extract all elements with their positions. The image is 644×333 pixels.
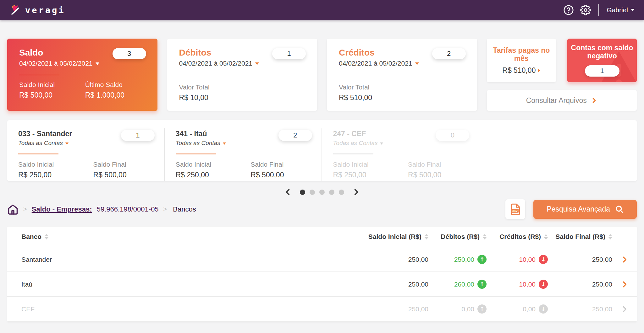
chevron-down-icon xyxy=(65,142,69,145)
debitos-date-range: 04/02/2021 à 05/02/2021 xyxy=(179,60,253,67)
user-name: Gabriel xyxy=(607,6,628,14)
column-header-banco[interactable]: Banco xyxy=(7,227,325,247)
creditos-total-label: Valor Total xyxy=(339,83,466,91)
bank-accounts-dropdown[interactable]: Todas as Contas xyxy=(176,140,226,147)
column-header-saldo-inicial[interactable]: Saldo Inicial (R$) xyxy=(325,227,428,247)
cell-saldo-inicial: 250,00 xyxy=(325,272,428,297)
bank-final-label: Saldo Final xyxy=(93,161,155,168)
veragi-logo-icon xyxy=(9,4,22,16)
svg-text:CSV: CSV xyxy=(512,209,518,212)
bancos-table-body: Santander 250,00 250,00 ↑ 10,00 ↓ 250,00… xyxy=(7,247,637,321)
carousel-dot-1[interactable] xyxy=(300,190,305,195)
arrow-up-circle-icon: ↑ xyxy=(477,304,487,314)
table-row[interactable]: Santander 250,00 250,00 ↑ 10,00 ↓ 250,00 xyxy=(7,247,637,272)
export-csv-button[interactable]: CSV xyxy=(505,199,525,219)
chevron-down-icon xyxy=(415,62,419,65)
saldo-card: Saldo 04/02/2021 à 05/02/2021 3 Saldo In… xyxy=(7,39,157,111)
bank-accounts-dropdown[interactable]: Todas as Contas xyxy=(333,140,383,147)
help-button[interactable] xyxy=(563,5,574,15)
bank-final-label: Saldo Final xyxy=(250,161,312,168)
saldo-badge: 3 xyxy=(113,48,146,59)
saldo-inicial-label: Saldo Inicial xyxy=(19,81,85,89)
cell-creditos-value: 0,00 xyxy=(523,305,536,313)
bank-final-value: R$ 500,00 xyxy=(408,171,469,179)
csv-file-icon: CSV xyxy=(509,203,522,216)
bank-final-value: R$ 500,00 xyxy=(93,171,155,179)
debitos-date-dropdown[interactable]: 04/02/2021 à 05/02/2021 xyxy=(179,60,259,67)
saldo-negativo-badge: 1 xyxy=(585,65,619,77)
user-menu[interactable]: Gabriel xyxy=(607,6,635,14)
chevron-right-icon xyxy=(591,97,597,104)
cell-debitos-value: 0,00 xyxy=(461,305,474,313)
carousel-prev-button[interactable] xyxy=(283,188,292,196)
saldo-inicial-value: R$ 500,00 xyxy=(19,91,85,99)
search-icon xyxy=(615,205,624,213)
carousel-dot-3[interactable] xyxy=(319,190,325,195)
divider xyxy=(176,153,216,154)
cell-bank: CEF xyxy=(7,297,325,321)
chevron-right-icon xyxy=(352,188,361,196)
saldo-date-dropdown[interactable]: 04/02/2021 à 05/02/2021 xyxy=(19,60,99,67)
cell-creditos-value: 10,00 xyxy=(519,256,536,263)
creditos-badge: 2 xyxy=(432,48,466,59)
bank-filter-label: Todas as Contas xyxy=(176,140,220,147)
divider xyxy=(19,75,59,75)
tarifas-value: R$ 510,00 xyxy=(502,66,536,75)
bank-badge: 2 xyxy=(278,130,312,141)
column-header-actions xyxy=(612,227,637,247)
chevron-down-icon xyxy=(380,142,383,145)
cell-saldo-inicial: 250,00 xyxy=(325,297,428,321)
help-icon xyxy=(563,5,574,15)
bank-initial-label: Saldo Inicial xyxy=(176,161,251,168)
chevron-down-icon xyxy=(96,62,99,65)
settings-button[interactable] xyxy=(580,5,591,15)
bank-initial-value: R$ 250,00 xyxy=(176,171,251,179)
consultar-arquivos-button[interactable]: Consultar Arquivos xyxy=(487,90,637,111)
saldo-card-title: Saldo xyxy=(19,48,99,57)
creditos-card: Créditos 04/02/2021 à 05/02/2021 2 Valor… xyxy=(327,39,477,111)
row-detail-chevron-icon[interactable] xyxy=(620,280,629,288)
arrow-down-circle-icon: ↓ xyxy=(539,280,548,289)
bank-summary-section: 341 - Itaú Todas as Contas 2 Saldo Inici… xyxy=(165,128,322,181)
breadcrumb-link-saldo-empresas[interactable]: Saldo - Empresas: xyxy=(32,205,92,213)
table-row[interactable]: CEF 250,00 0,00 ↑ 0,00 ↓ 250,00 xyxy=(7,297,637,321)
carousel-dots xyxy=(300,190,344,195)
bancos-table: Banco Saldo Inicial (R$) Débitos (R$) Cr… xyxy=(7,227,637,322)
bank-accounts-dropdown[interactable]: Todas as Contas xyxy=(18,140,72,147)
row-detail-chevron-icon[interactable] xyxy=(620,305,629,313)
creditos-date-dropdown[interactable]: 04/02/2021 à 05/02/2021 xyxy=(339,60,419,67)
bank-initial-label: Saldo Inicial xyxy=(18,161,93,168)
chevron-left-icon xyxy=(283,188,292,196)
bank-filter-label: Todas as Contas xyxy=(18,140,63,147)
tarifas-value-link[interactable]: R$ 510,00 xyxy=(502,66,540,75)
cell-bank: Itaú xyxy=(7,272,325,297)
consultar-arquivos-label: Consultar Arquivos xyxy=(526,96,587,105)
pesquisa-avancada-label: Pesquisa Avançada xyxy=(547,205,610,213)
carousel-dot-4[interactable] xyxy=(329,190,334,195)
pesquisa-avancada-button[interactable]: Pesquisa Avançada xyxy=(533,200,637,219)
column-header-saldo-final[interactable]: Saldo Final (R$) xyxy=(548,227,612,247)
bank-initial-value: R$ 250,00 xyxy=(18,171,93,179)
column-header-creditos[interactable]: Créditos (R$) xyxy=(487,227,548,247)
breadcrumb-current: Bancos xyxy=(173,205,196,213)
carousel-dot-5[interactable] xyxy=(339,190,344,195)
veragi-logo[interactable]: veragi xyxy=(9,4,65,16)
side-column: Tarifas pagas no mês R$ 510,00 Contas co… xyxy=(487,39,637,111)
bank-name: 247 - CEF xyxy=(333,130,383,138)
cell-bank: Santander xyxy=(7,247,325,272)
table-row[interactable]: Itaú 250,00 260,00 ↑ 10,00 ↓ 250,00 xyxy=(7,272,637,297)
bank-carousel-controls xyxy=(7,187,637,197)
ultimo-saldo-label: Último Saldo xyxy=(85,81,146,89)
saldo-date-range: 04/02/2021 à 05/02/2021 xyxy=(19,60,93,67)
carousel-dot-2[interactable] xyxy=(310,190,315,195)
saldo-negativo-card[interactable]: Contas com saldo negativo 1 xyxy=(567,39,637,82)
arrow-up-circle-icon: ↑ xyxy=(477,255,487,264)
carousel-next-button[interactable] xyxy=(352,188,361,196)
row-detail-chevron-icon[interactable] xyxy=(620,255,629,264)
column-header-debitos[interactable]: Débitos (R$) xyxy=(428,227,487,247)
sort-icon xyxy=(544,234,548,239)
bank-initial-label: Saldo Inicial xyxy=(333,161,408,168)
bank-summary-section: 033 - Santander Todas as Contas 1 Saldo … xyxy=(7,128,165,181)
home-icon[interactable] xyxy=(7,204,19,215)
arrow-down-circle-icon: ↓ xyxy=(539,255,548,264)
